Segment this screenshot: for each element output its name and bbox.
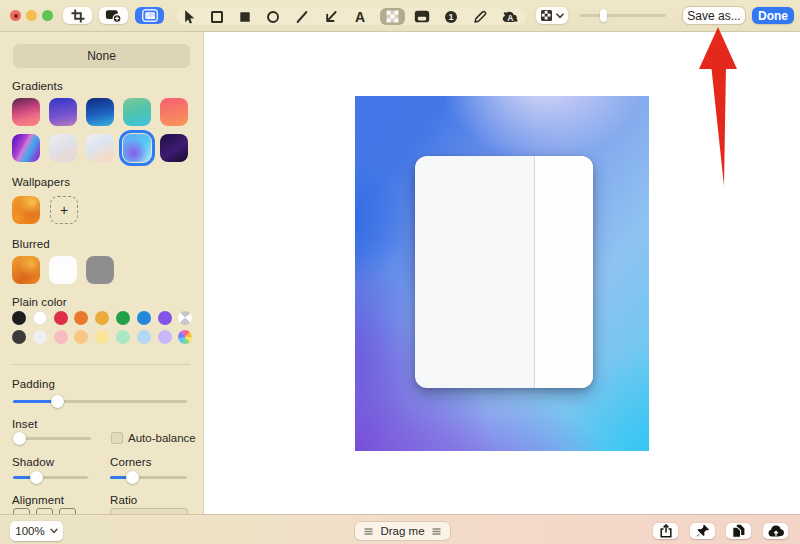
svg-text:1: 1 bbox=[448, 12, 453, 22]
svg-text:A: A bbox=[507, 13, 513, 23]
